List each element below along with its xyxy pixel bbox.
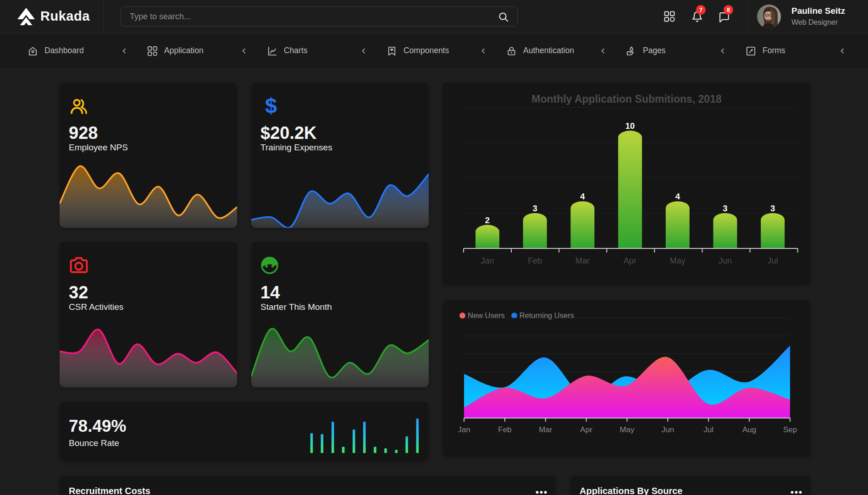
svg-text:3: 3 — [770, 204, 775, 213]
svg-text:3: 3 — [533, 204, 537, 213]
svg-text:4: 4 — [675, 192, 680, 201]
svg-text:Jun: Jun — [719, 256, 732, 265]
svg-text:May: May — [619, 425, 635, 434]
svg-text:Jun: Jun — [662, 425, 674, 434]
svg-text:Feb: Feb — [498, 425, 511, 434]
svg-text:Jul: Jul — [703, 425, 713, 434]
svg-text:2: 2 — [485, 215, 490, 225]
svg-text:Apr: Apr — [624, 256, 636, 265]
svg-text:Apr: Apr — [580, 425, 592, 434]
svg-text:Mar: Mar — [539, 425, 553, 434]
svg-text:Feb: Feb — [528, 256, 542, 265]
svg-text:Mar: Mar — [575, 256, 590, 265]
svg-text:Jul: Jul — [768, 256, 778, 265]
svg-text:Aug: Aug — [742, 425, 756, 434]
svg-text:Jan: Jan — [481, 256, 494, 265]
svg-text:Jan: Jan — [459, 425, 470, 434]
svg-text:Sep: Sep — [783, 425, 797, 434]
svg-text:May: May — [670, 256, 686, 265]
svg-text:10: 10 — [625, 121, 635, 131]
svg-text:3: 3 — [723, 204, 727, 213]
svg-text:4: 4 — [580, 192, 585, 201]
